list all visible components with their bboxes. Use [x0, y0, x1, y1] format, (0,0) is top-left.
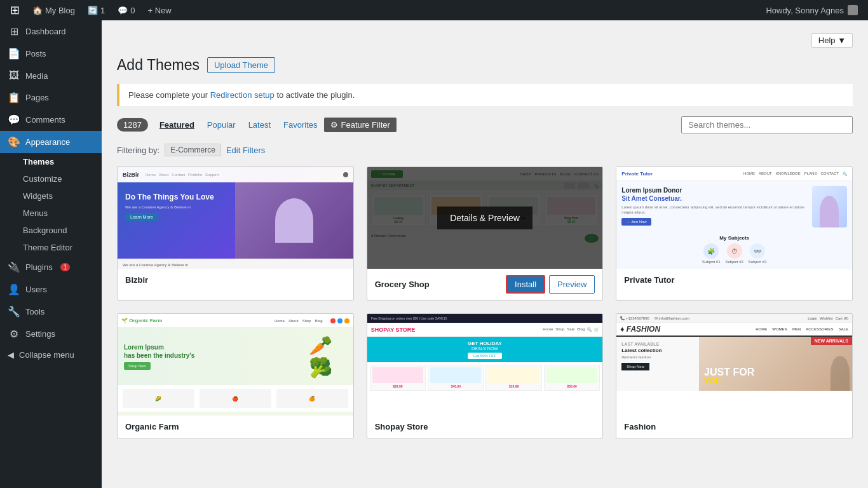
shopay-products-grid: $29.99 $45.00 $19.99 $55.00	[367, 362, 603, 393]
organic-nav: 🌱 Organic Farm HomeAboutShopBlog	[118, 314, 353, 328]
bizbir-name: Bizbir	[125, 275, 148, 285]
comments-link[interactable]: 💬 0	[112, 0, 140, 20]
theme-card-organic-farm[interactable]: 🌱 Organic Farm HomeAboutShopBlog Lorem	[117, 313, 354, 438]
comments-count: 0	[130, 6, 135, 15]
tab-latest[interactable]: Latest	[242, 118, 277, 132]
sidebar-sub-theme-editor[interactable]: Theme Editor	[0, 239, 102, 256]
appearance-arrow	[97, 139, 102, 146]
site-name-link[interactable]: 🏠 My Blog	[27, 0, 80, 20]
fashion-hero-left: LAST AVAILABLE Latest collection Women's…	[616, 337, 699, 391]
sidebar-item-posts[interactable]: 📄 Posts	[0, 43, 102, 65]
shopay-store-info: Shopay Store	[367, 416, 603, 438]
updates-link[interactable]: 🔄 1	[83, 0, 110, 20]
users-icon: 👤	[8, 283, 20, 295]
sidebar-item-settings[interactable]: ⚙ Settings	[0, 323, 102, 345]
sidebar: ⊞ Dashboard 📄 Posts 🖼 Media 📋 Pages 💬 Co…	[0, 20, 102, 488]
new-content-label: + New	[147, 6, 171, 15]
shopay-nav: SHOPAY STORE HomeShopSaleBlog🔍🛒	[367, 323, 603, 337]
tab-popular[interactable]: Popular	[201, 118, 242, 132]
fashion-hero-right: NEW ARRIVALS JUST FOR YOU	[699, 337, 852, 391]
shopay-screenshot: Free Shipping on orders over $50 | Use c…	[367, 314, 603, 416]
sidebar-sub-customize[interactable]: Customize	[0, 170, 102, 187]
sidebar-label-tools: Tools	[25, 307, 44, 316]
grocery-overlay: Details & Preview	[367, 167, 603, 269]
bizbir-info: Bizbir	[118, 269, 353, 291]
appearance-icon: 🎨	[8, 136, 20, 148]
grocery-install-button[interactable]: Install	[506, 275, 545, 294]
theme-card-fashion[interactable]: 📞 +1234567890✉ info@fashion.com LoginWis…	[616, 313, 853, 438]
help-button[interactable]: Help ▼	[811, 33, 853, 48]
fashion-info: Fashion	[616, 416, 852, 438]
sidebar-sub-widgets[interactable]: Widgets	[0, 187, 102, 205]
shopay-store-name: Shopay Store	[375, 422, 428, 431]
sidebar-item-users[interactable]: 👤 Users	[0, 278, 102, 301]
bizbir-screenshot: BizBir Home About Contact Portfolio Supp…	[118, 167, 353, 269]
page-top-bar: Help ▼	[117, 33, 853, 54]
updates-count: 1	[100, 6, 105, 15]
comments-icon: 💬	[118, 6, 128, 15]
theme-card-shopay-store[interactable]: Free Shipping on orders over $50 | Use c…	[367, 313, 604, 438]
theme-card-private-tutor[interactable]: Private Tutor HOMEABOUTKNOWLEDGEPLANSCON…	[616, 166, 853, 301]
sidebar-label-users: Users	[25, 285, 47, 294]
theme-card-bizbir[interactable]: BizBir Home About Contact Portfolio Supp…	[117, 166, 354, 301]
grocery-overlay-text: Details & Preview	[437, 207, 532, 229]
sidebar-label-posts: Posts	[25, 49, 46, 58]
help-label: Help ▼	[818, 36, 846, 45]
organic-farm-screenshot: 🌱 Organic Farm HomeAboutShopBlog Lorem	[118, 314, 353, 416]
settings-icon: ⚙	[8, 328, 20, 340]
sidebar-item-tools[interactable]: 🔧 Tools	[0, 301, 102, 323]
upload-theme-button[interactable]: Upload Theme	[207, 57, 275, 73]
sidebar-item-appearance[interactable]: 🎨 Appearance	[0, 131, 102, 153]
organic-hero: Lorem Ipsumhas been the industry's Shop …	[118, 328, 353, 385]
sidebar-item-dashboard[interactable]: ⊞ Dashboard	[0, 20, 102, 43]
pt-nav: Private Tutor HOMEABOUTKNOWLEDGEPLANSCON…	[616, 167, 852, 181]
search-themes-input[interactable]	[681, 116, 853, 133]
site-name: My Blog	[45, 6, 75, 15]
tab-favorites[interactable]: Favorites	[277, 118, 323, 132]
fashion-name: Fashion	[624, 422, 656, 431]
new-content-link[interactable]: + New	[142, 0, 176, 20]
sidebar-label-comments: Comments	[25, 115, 65, 125]
themes-grid: BizBir Home About Contact Portfolio Supp…	[117, 166, 853, 438]
fashion-screenshot: 📞 +1234567890✉ info@fashion.com LoginWis…	[616, 314, 852, 416]
fashion-top-bar: 📞 +1234567890✉ info@fashion.com LoginWis…	[616, 314, 852, 323]
sidebar-sub-background[interactable]: Background	[0, 222, 102, 239]
filtering-row: Filtering by: E-Commerce Edit Filters	[117, 144, 853, 156]
feature-filter-button[interactable]: ⚙ Feature Filter	[324, 118, 397, 132]
page-header: Add Themes Upload Theme	[117, 57, 853, 74]
organic-farm-info: Organic Farm	[118, 416, 353, 438]
theme-card-grocery-shop[interactable]: 🛒STORE SHOPPRODUCTSBLOGCONTACT US SHOP B…	[367, 166, 604, 301]
fashion-nav: ♦ FASHION HOMEWOMENMENACCESSORIESSALE	[616, 323, 852, 337]
wp-logo-icon: ⊞	[10, 3, 20, 17]
grocery-actions: Install Preview	[506, 275, 595, 294]
sidebar-label-appearance: Appearance	[25, 137, 70, 147]
redirection-setup-link[interactable]: Redirection setup	[210, 90, 275, 100]
sidebar-item-plugins[interactable]: 🔌 Plugins 1	[0, 256, 102, 278]
pt-subjects: My Subjects 🧩Subject #1 ⏱Subject #2 👓Sub…	[616, 233, 852, 269]
grocery-preview-button[interactable]: Preview	[549, 275, 595, 294]
sidebar-item-comments[interactable]: 💬 Comments	[0, 109, 102, 131]
updates-icon: 🔄	[88, 6, 98, 15]
grocery-screenshot: 🛒STORE SHOPPRODUCTSBLOGCONTACT US SHOP B…	[367, 167, 603, 269]
sidebar-item-media[interactable]: 🖼 Media	[0, 65, 102, 86]
sidebar-item-pages[interactable]: 📋 Pages	[0, 86, 102, 109]
gear-icon: ⚙	[330, 120, 338, 130]
collapse-menu-btn[interactable]: ◀ Collapse menu	[0, 345, 102, 365]
wp-logo-link[interactable]: ⊞	[5, 0, 25, 20]
edit-filters-link[interactable]: Edit Filters	[226, 146, 265, 155]
upload-theme-label: Upload Theme	[214, 60, 268, 70]
private-tutor-info: Private Tutor	[616, 269, 852, 291]
sidebar-sub-themes[interactable]: Themes	[0, 153, 102, 170]
plugins-icon: 🔌	[8, 261, 20, 273]
sidebar-sub-menus[interactable]: Menus	[0, 205, 102, 222]
pages-icon: 📋	[8, 92, 20, 104]
sidebar-label-dashboard: Dashboard	[25, 27, 66, 36]
tab-featured[interactable]: Featured	[153, 118, 201, 132]
admin-notice: Please complete your Redirection setup t…	[117, 84, 853, 106]
plugins-badge: 1	[60, 263, 71, 271]
private-tutor-screenshot: Private Tutor HOMEABOUTKNOWLEDGEPLANSCON…	[616, 167, 852, 269]
user-avatar	[848, 5, 858, 15]
user-howdy[interactable]: Howdy, Sonny Agnes	[761, 5, 863, 15]
private-tutor-name: Private Tutor	[624, 275, 674, 285]
search-themes-wrap	[681, 116, 853, 133]
